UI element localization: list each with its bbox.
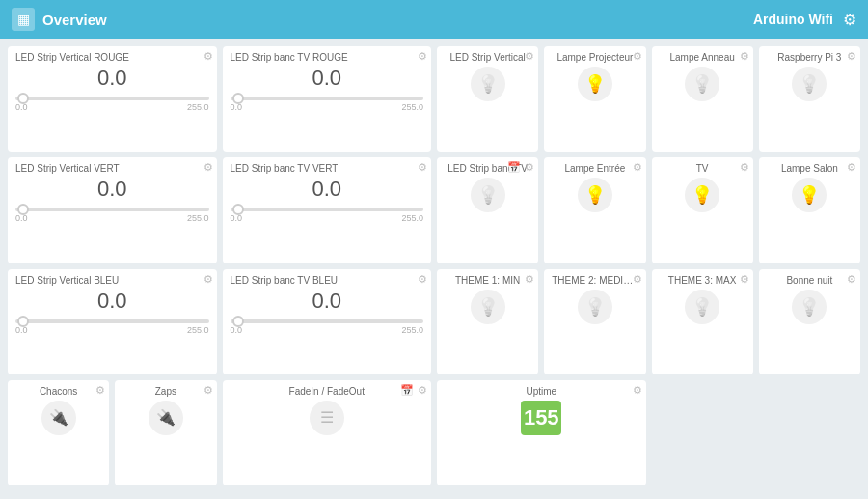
slider-max: 255.0: [187, 325, 209, 335]
slider-value: 0.0: [15, 289, 209, 314]
card-title: Bonne nuit: [767, 275, 853, 286]
card-title: THEME 2: MEDIU...: [552, 275, 637, 286]
bulb-icon: 💡: [692, 184, 713, 206]
card-led-bleu: ⚙ LED Strip Vertical BLEU 0.0 0.0 255.0: [8, 269, 217, 374]
slider-labels: 0.0 255.0: [231, 102, 424, 112]
card-uptime: ⚙ Uptime 155: [437, 380, 646, 485]
lamp-button[interactable]: 💡: [685, 178, 719, 212]
card-title: Raspberry Pi 3: [767, 52, 853, 63]
fadein-button[interactable]: ☰: [310, 401, 344, 435]
logo-icon: ▦: [12, 8, 35, 31]
card-title: LED Strip banc TV VERT: [231, 163, 339, 175]
gear-icon[interactable]: ⚙: [633, 50, 642, 63]
logo-area: ▦ Overview: [12, 8, 107, 31]
slider-value: 0.0: [15, 66, 209, 91]
gear-icon[interactable]: ⚙: [740, 273, 749, 286]
slider-track[interactable]: [231, 319, 424, 323]
slider-value: 0.0: [15, 177, 209, 202]
settings-button[interactable]: ⚙: [843, 11, 856, 29]
gear-icon[interactable]: ⚙: [525, 50, 534, 63]
card-lampe-proj: ⚙ Lampe Projecteur 💡: [544, 46, 645, 152]
header-title: Overview: [42, 12, 107, 28]
slider-track[interactable]: [231, 208, 424, 211]
gear-icon[interactable]: ⚙: [203, 384, 213, 397]
card-title: THEME 1: MIN: [445, 275, 530, 286]
slider-track[interactable]: [15, 97, 209, 100]
lamp-button[interactable]: 💡: [685, 67, 719, 101]
card-led-vert: ⚙ LED Strip Vertical VERT 0.0 0.0 255.0: [8, 157, 217, 263]
slider-labels: 0.0 255.0: [15, 213, 209, 223]
slider-thumb[interactable]: [232, 316, 244, 327]
card-title: THEME 3: MAX: [660, 275, 746, 286]
card-title: Zaps: [122, 386, 208, 397]
gear-icon[interactable]: ⚙: [847, 161, 856, 174]
gear-icon[interactable]: ⚙: [525, 273, 534, 286]
lamp-button[interactable]: 💡: [471, 178, 505, 212]
slider-max: 255.0: [187, 102, 209, 112]
slider-thumb[interactable]: [17, 316, 29, 327]
card-title: LED Strip Vertical ROUGE: [15, 52, 129, 64]
lamp-button[interactable]: 💡: [578, 290, 612, 324]
arduino-label: Arduino Wifi: [753, 12, 833, 27]
slider-track[interactable]: [15, 208, 209, 211]
gear-icon[interactable]: ⚙: [418, 50, 427, 63]
card-title: LED Strip Vertical: [445, 52, 530, 63]
card-led-banc-rouge: ⚙ LED Strip banc TV ROUGE 0.0 0.0 255.0: [223, 46, 432, 152]
bulb-icon: 💡: [799, 296, 820, 318]
gear-icon[interactable]: ⚙: [740, 50, 749, 63]
lamp-button[interactable]: 💡: [792, 178, 827, 212]
chacons-button[interactable]: 🔌: [41, 401, 76, 435]
bulb-icon: 💡: [477, 73, 499, 95]
slider-track[interactable]: [15, 319, 209, 323]
gear-icon[interactable]: ⚙: [203, 161, 213, 174]
header-right: Arduino Wifi ⚙: [753, 11, 856, 29]
plug-icon: 🔌: [156, 408, 176, 427]
lamp-button[interactable]: 💡: [792, 290, 827, 324]
lamp-button[interactable]: 💡: [792, 67, 827, 101]
uptime-value: 155: [521, 401, 561, 435]
gear-icon[interactable]: ⚙: [418, 273, 427, 286]
card-fadein: 📅 ⚙ FadeIn / FadeOut ☰: [223, 380, 432, 485]
gear-icon[interactable]: ⚙: [847, 50, 856, 63]
card-title: LED Strip Vertical VERT: [15, 163, 120, 175]
slider-thumb[interactable]: [17, 93, 29, 104]
gear-icon[interactable]: ⚙: [740, 161, 749, 174]
card-title: FadeIn / FadeOut: [231, 386, 424, 397]
gear-icon[interactable]: ⚙: [95, 384, 105, 397]
card-led-banc-tv: 📅 ⚙ LED Strip banc TV 💡: [437, 157, 538, 263]
lamp-button[interactable]: 💡: [578, 67, 612, 101]
header: ▦ Overview Arduino Wifi ⚙: [0, 0, 868, 39]
slider-thumb[interactable]: [232, 93, 244, 104]
fade-icon: ☰: [320, 408, 334, 427]
gear-icon[interactable]: ⚙: [203, 50, 213, 63]
card-title: Lampe Anneau: [660, 52, 746, 63]
card-theme2: ⚙ THEME 2: MEDIU... 💡: [544, 269, 645, 374]
card-tv: ⚙ TV 💡: [652, 157, 753, 263]
bulb-icon: 💡: [477, 184, 499, 206]
zaps-button[interactable]: 🔌: [149, 401, 183, 435]
card-title: LED Strip banc TV BLEU: [231, 275, 339, 287]
bulb-icon: 💡: [477, 296, 499, 318]
lamp-button[interactable]: 💡: [578, 178, 612, 212]
gear-icon[interactable]: ⚙: [418, 384, 427, 397]
gear-icon[interactable]: ⚙: [633, 384, 642, 397]
lamp-button[interactable]: 💡: [685, 290, 719, 324]
card-bonne-nuit: ⚙ Bonne nuit 💡: [759, 269, 860, 374]
card-lampe-anneau: ⚙ Lampe Anneau 💡: [652, 46, 753, 152]
lamp-button[interactable]: 💡: [471, 67, 505, 101]
calendar-icon[interactable]: 📅: [400, 384, 414, 397]
filler-1: [652, 380, 861, 485]
gear-icon[interactable]: ⚙: [203, 273, 213, 286]
lamp-button[interactable]: 💡: [471, 290, 505, 324]
gear-icon[interactable]: ⚙: [847, 273, 856, 286]
card-title: TV: [660, 163, 746, 174]
gear-icon[interactable]: ⚙: [418, 161, 427, 174]
calendar-icon[interactable]: 📅: [507, 161, 521, 174]
slider-track[interactable]: [231, 97, 424, 100]
slider-labels: 0.0 255.0: [231, 213, 424, 223]
card-title: Uptime: [445, 386, 638, 397]
slider-thumb[interactable]: [232, 204, 244, 215]
gear-icon[interactable]: ⚙: [633, 161, 642, 174]
gear-icon[interactable]: ⚙: [633, 273, 642, 286]
gear-icon[interactable]: ⚙: [525, 161, 534, 174]
